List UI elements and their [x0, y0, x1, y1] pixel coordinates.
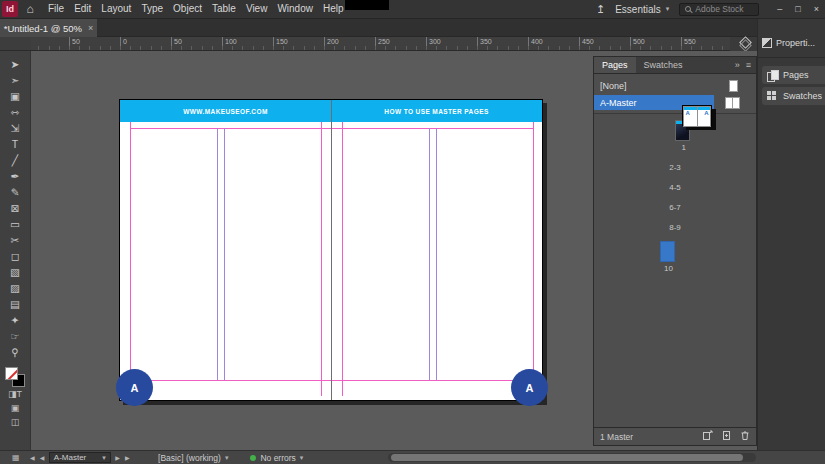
edit-page-size-icon[interactable] — [702, 430, 713, 443]
preflight-menu[interactable]: [Basic] (working) ▾ — [158, 453, 228, 463]
minimize-button[interactable]: – — [777, 4, 782, 14]
thumb-page: A — [697, 106, 712, 127]
preview-grid-icon[interactable]: ▦ — [12, 453, 20, 462]
rectangle-frame-tool[interactable]: ⊠ — [4, 200, 26, 216]
share-icon[interactable]: ↥ — [596, 3, 605, 16]
tab-swatches[interactable]: Swatches — [636, 57, 691, 73]
screen-mode-icon[interactable]: ◫ — [4, 415, 26, 429]
masters-section: [None] A-Master — [594, 74, 756, 114]
page-thumb-4-5[interactable]: AA4-5 — [660, 181, 690, 192]
scissors-tool[interactable]: ✂ — [4, 232, 26, 248]
free-transform-tool[interactable]: ◻ — [4, 248, 26, 264]
new-page-icon[interactable] — [721, 430, 732, 443]
page-thumbnail[interactable]: AA — [682, 105, 712, 126]
panel-menu-icon[interactable]: ≡ — [746, 60, 751, 70]
menu-edit[interactable]: Edit — [69, 0, 96, 18]
page-thumb-6-7[interactable]: AA6-7 — [660, 201, 690, 212]
zoom-tool[interactable]: ⚲ — [4, 344, 26, 360]
properties-icon — [762, 38, 772, 48]
menu-help[interactable]: Help — [318, 0, 349, 18]
gradient-tool[interactable]: ▧ — [4, 264, 26, 280]
margin-guide — [130, 380, 534, 381]
menu-type[interactable]: Type — [136, 0, 168, 18]
master-row-a-master[interactable]: A-Master — [594, 94, 756, 111]
page-thumb-2-3[interactable]: AA2-3 — [660, 161, 690, 172]
gradient-feather-tool[interactable]: ▨ — [4, 280, 26, 296]
menu-object[interactable]: Object — [168, 0, 207, 18]
dock-button-pages[interactable]: Pages — [762, 66, 825, 84]
page-label: 6-7 — [660, 203, 690, 212]
pencil-tool[interactable]: ✎ — [4, 184, 26, 200]
pen-tool[interactable]: ✒ — [4, 168, 26, 184]
menu-layout[interactable]: Layout — [96, 0, 136, 18]
page-number-marker-right[interactable]: A — [511, 369, 548, 406]
page-number-dropdown[interactable]: A-Master ▾ — [49, 452, 111, 463]
ruler-tick: 350 — [477, 37, 492, 50]
page-number-marker-left[interactable]: A — [116, 369, 153, 406]
column-guide — [224, 128, 225, 380]
direct-selection-tool[interactable]: ➣ — [4, 72, 26, 88]
dock-divider — [758, 57, 825, 58]
next-spread-button[interactable]: ▶ — [113, 454, 123, 461]
eyedropper-tool[interactable]: ✦ — [4, 312, 26, 328]
last-spread-button[interactable]: ▶ — [122, 454, 132, 461]
document-tab[interactable]: *Untitled-1 @ 50% × — [0, 19, 97, 37]
screen-artifact — [345, 0, 389, 10]
page-thumb-8-9[interactable]: AA8-9 — [660, 221, 690, 232]
ruler-tick: 550 — [681, 37, 696, 50]
fill-swatch-none[interactable] — [5, 367, 18, 380]
first-spread-button[interactable]: ◀ — [28, 454, 38, 461]
rectangle-tool[interactable]: ▭ — [4, 216, 26, 232]
collapse-panel-icon[interactable]: » — [735, 60, 740, 70]
type-tool[interactable]: T — [4, 136, 26, 152]
master-row-none[interactable]: [None] — [594, 77, 756, 94]
indesign-app-icon[interactable]: Id — [2, 1, 18, 17]
apply-color-icon[interactable]: ▣ — [4, 401, 26, 415]
note-tool[interactable]: ▤ — [4, 296, 26, 312]
page-thumbnail[interactable] — [660, 241, 690, 262]
chevron-down-icon: ▾ — [666, 5, 670, 13]
adobe-stock-search[interactable] — [679, 3, 759, 16]
menubar-right-group: ↥ Essentials ▾ – □ × — [596, 3, 825, 16]
menu-window[interactable]: Window — [272, 0, 318, 18]
ruler-tick: 50 — [171, 37, 182, 50]
page-thumb-10[interactable]: 10 — [660, 241, 690, 273]
margin-guide — [533, 122, 534, 396]
menu-view[interactable]: View — [241, 0, 273, 18]
spread-spine — [331, 100, 332, 400]
tool-list: ➤➣▣⇿⇲T╱✒✎⊠▭✂◻▧▨▤✦☞⚲ — [0, 51, 30, 360]
master-applied-badge: A — [686, 110, 690, 116]
content-collector-tool[interactable]: ⇲ — [4, 120, 26, 136]
scrollbar-thumb[interactable] — [391, 454, 743, 461]
workspace-switcher[interactable]: Essentials ▾ — [615, 4, 669, 15]
prev-spread-button[interactable]: ◀ — [37, 454, 47, 461]
preflight-profile-label: [Basic] (working) — [158, 453, 221, 463]
search-input[interactable] — [695, 4, 757, 14]
workspace-label: Essentials — [615, 4, 661, 15]
close-button[interactable]: × — [814, 4, 819, 14]
right-header-text-frame[interactable]: HOW TO USE MASTER PAGES — [331, 100, 542, 122]
home-icon[interactable]: ⌂ — [21, 2, 39, 16]
tab-pages[interactable]: Pages — [594, 57, 636, 73]
master-spread[interactable]: WWW.MAKEUSEOF.COM HOW TO USE MASTER PAGE… — [119, 99, 543, 401]
fill-stroke-swatches[interactable] — [5, 367, 25, 387]
menu-table[interactable]: Table — [207, 0, 241, 18]
left-header-text-frame[interactable]: WWW.MAKEUSEOF.COM — [120, 100, 331, 122]
restore-button[interactable]: □ — [795, 4, 800, 14]
formatting-affects-text-icon[interactable]: ◨T — [4, 387, 26, 401]
properties-panel-tab[interactable]: Properti... — [758, 35, 825, 51]
hand-tool[interactable]: ☞ — [4, 328, 26, 344]
column-guide — [436, 128, 437, 380]
delete-page-icon[interactable] — [740, 430, 750, 443]
horizontal-scrollbar[interactable] — [388, 453, 756, 462]
layers-stack-icon[interactable] — [735, 38, 757, 51]
selection-tool[interactable]: ➤ — [4, 56, 26, 72]
tab-close-icon[interactable]: × — [88, 23, 93, 33]
preflight-status[interactable]: No errors ▾ — [250, 453, 303, 463]
pages-panel: Pages Swatches » ≡ [None] A-Master 1AA2-… — [593, 56, 757, 446]
line-tool[interactable]: ╱ — [4, 152, 26, 168]
page-tool[interactable]: ▣ — [4, 88, 26, 104]
dock-button-swatches[interactable]: Swatches — [762, 87, 825, 105]
menu-file[interactable]: File — [43, 0, 69, 18]
gap-tool[interactable]: ⇿ — [4, 104, 26, 120]
